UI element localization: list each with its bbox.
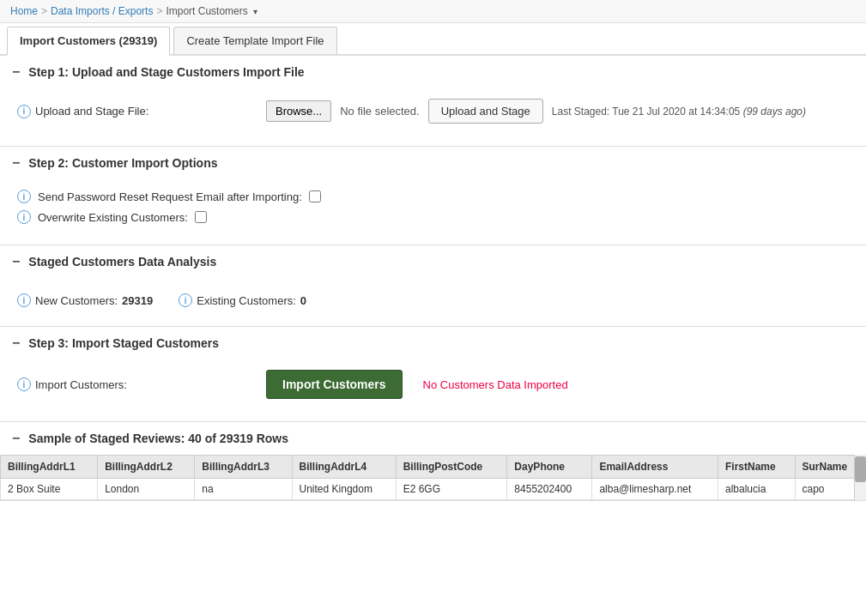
overwrite-info-icon: i — [17, 210, 31, 224]
upload-field-label: i Upload and Stage File: — [17, 105, 257, 118]
existing-customers-value: 0 — [300, 294, 306, 307]
table-cell-firstname: albalucia — [718, 479, 795, 500]
analysis-header[interactable]: − Staged Customers Data Analysis — [0, 245, 866, 278]
new-customers-value: 29319 — [122, 294, 153, 307]
breadcrumb: Home > Data Imports / Exports > Import C… — [0, 0, 866, 23]
new-customers-info-icon: i — [17, 293, 31, 307]
col-first-name: FirstName — [718, 456, 795, 479]
breadcrumb-data-imports[interactable]: Data Imports / Exports — [51, 5, 153, 17]
import-label-text: Import Customers: — [35, 378, 127, 391]
table-collapse-icon: − — [12, 431, 20, 446]
step3-title: Step 3: Import Staged Customers — [28, 336, 219, 350]
existing-customers-item: i Existing Customers: 0 — [179, 293, 306, 307]
table-section-header[interactable]: − Sample of Staged Reviews: 40 of 29319 … — [0, 422, 866, 455]
col-day-phone: DayPhone — [507, 456, 592, 479]
import-info-icon: i — [17, 377, 31, 391]
breadcrumb-home[interactable]: Home — [10, 5, 38, 17]
step1-header[interactable]: − Step 1: Upload and Stage Customers Imp… — [0, 56, 866, 88]
col-billing-postcode: BillingPostCode — [396, 456, 507, 479]
overwrite-label: Overwrite Existing Customers: — [38, 211, 188, 224]
col-email-address: EmailAddress — [592, 456, 718, 479]
existing-customers-info-icon: i — [179, 293, 192, 307]
tab-create-template[interactable]: Create Template Import File — [173, 27, 336, 54]
breadcrumb-current: Import Customers — [166, 5, 247, 17]
step2-section: − Step 2: Customer Import Options i Send… — [0, 147, 866, 245]
table-wrapper: BillingAddrL1 BillingAddrL2 BillingAddrL… — [0, 455, 866, 500]
step2-collapse-icon: − — [12, 155, 20, 171]
step1-section: − Step 1: Upload and Stage Customers Imp… — [0, 56, 866, 147]
import-field-row: i Import Customers: Import Customers No … — [17, 370, 849, 399]
step1-body: i Upload and Stage File: Browse... No fi… — [0, 88, 866, 146]
data-table: BillingAddrL1 BillingAddrL2 BillingAddrL… — [0, 455, 866, 500]
table-cell-billingaddrl3: na — [195, 479, 292, 500]
analysis-section: − Staged Customers Data Analysis i New C… — [0, 245, 866, 327]
overwrite-checkbox[interactable] — [195, 211, 207, 223]
analysis-row: i New Customers: 29319 i Existing Custom… — [17, 288, 849, 312]
table-row: 2 Box SuiteLondonnaUnited KingdomE2 6GG8… — [1, 479, 866, 500]
upload-label-text: Upload and Stage File: — [35, 105, 148, 118]
last-staged-days: (99 days ago) — [743, 106, 806, 118]
last-staged-text: Last Staged: Tue 21 Jul 2020 at 14:34:05… — [552, 106, 806, 118]
send-password-info-icon: i — [17, 190, 31, 203]
existing-customers-label: Existing Customers: — [197, 294, 296, 307]
overwrite-row: i Overwrite Existing Customers: — [17, 210, 849, 224]
step2-header[interactable]: − Step 2: Customer Import Options — [0, 147, 866, 179]
table-section-title: Sample of Staged Reviews: 40 of 29319 Ro… — [28, 432, 288, 445]
table-cell-billingaddrl1: 2 Box Suite — [1, 479, 98, 500]
step1-title: Step 1: Upload and Stage Customers Impor… — [28, 65, 304, 79]
tabs-bar: Import Customers (29319) Create Template… — [0, 23, 866, 56]
upload-stage-button[interactable]: Upload and Stage — [428, 99, 543, 124]
col-billing-addr-l4: BillingAddrL4 — [292, 456, 396, 479]
new-customers-item: i New Customers: 29319 — [17, 293, 153, 307]
step1-collapse-icon: − — [12, 64, 20, 80]
col-billing-addr-l2: BillingAddrL2 — [98, 456, 195, 479]
upload-field-row: i Upload and Stage File: Browse... No fi… — [17, 99, 849, 124]
step3-header[interactable]: − Step 3: Import Staged Customers — [0, 327, 866, 359]
step3-collapse-icon: − — [12, 335, 20, 351]
breadcrumb-sep2: > — [156, 5, 162, 17]
import-field-label: i Import Customers: — [17, 377, 257, 391]
new-customers-label: New Customers: — [35, 294, 118, 307]
col-billing-addr-l3: BillingAddrL3 — [195, 456, 292, 479]
table-cell-billingaddrl4: United Kingdom — [292, 479, 396, 500]
table-cell-dayphone: 8455202400 — [507, 479, 592, 500]
step2-body: i Send Password Reset Request Email afte… — [0, 179, 866, 245]
step2-title: Step 2: Customer Import Options — [28, 156, 217, 170]
breadcrumb-dropdown-icon[interactable]: ▾ — [253, 7, 257, 16]
no-import-text: No Customers Data Imported — [423, 378, 568, 391]
table-cell-emailaddress: alba@limesharp.net — [592, 479, 718, 500]
send-password-label: Send Password Reset Request Email after … — [38, 190, 302, 203]
table-cell-billingaddrl2: London — [98, 479, 195, 500]
step3-section: − Step 3: Import Staged Customers i Impo… — [0, 327, 866, 422]
step3-body: i Import Customers: Import Customers No … — [0, 359, 866, 421]
upload-info-icon: i — [17, 105, 31, 118]
col-billing-addr-l1: BillingAddrL1 — [1, 456, 98, 479]
analysis-body: i New Customers: 29319 i Existing Custom… — [0, 278, 866, 326]
scrollbar[interactable] — [854, 455, 866, 500]
send-password-row: i Send Password Reset Request Email afte… — [17, 190, 849, 203]
send-password-checkbox[interactable] — [309, 190, 321, 202]
tab-import-customers[interactable]: Import Customers (29319) — [7, 27, 170, 56]
analysis-title: Staged Customers Data Analysis — [28, 255, 216, 269]
browse-button[interactable]: Browse... — [266, 100, 331, 122]
analysis-collapse-icon: − — [12, 254, 20, 269]
table-header-row: BillingAddrL1 BillingAddrL2 BillingAddrL… — [1, 456, 866, 479]
breadcrumb-sep1: > — [41, 5, 47, 17]
no-file-text: No file selected. — [340, 105, 420, 118]
scroll-thumb[interactable] — [855, 456, 866, 482]
import-customers-button[interactable]: Import Customers — [266, 370, 403, 399]
table-cell-billingpostcode: E2 6GG — [396, 479, 507, 500]
table-section: − Sample of Staged Reviews: 40 of 29319 … — [0, 422, 866, 501]
